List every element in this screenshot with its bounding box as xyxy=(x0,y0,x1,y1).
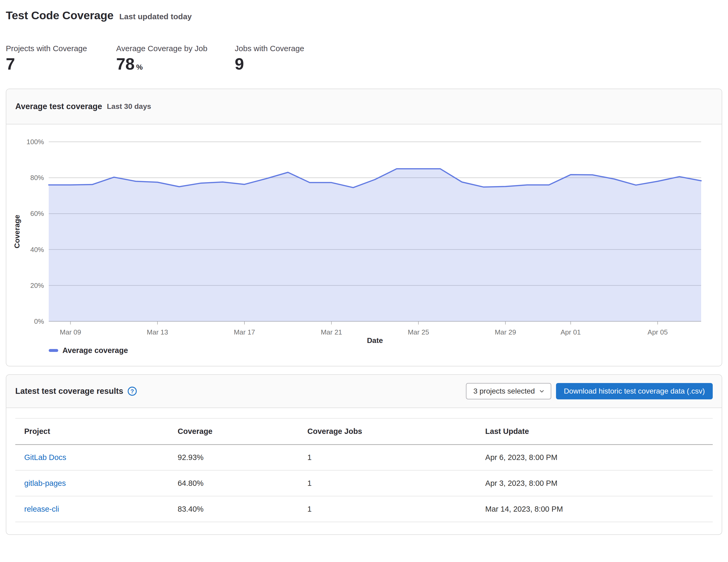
page-title: Test Code Coverage xyxy=(6,9,114,22)
metric-value: 9 xyxy=(235,56,318,72)
results-card-title: Latest test coverage results xyxy=(15,387,123,396)
svg-text:?: ? xyxy=(130,388,134,395)
column-header-coverage: Coverage xyxy=(169,418,299,445)
x-axis-tick-label: Mar 09 xyxy=(60,328,81,336)
coverage-area-chart[interactable]: 0%20%40%60%80%100%Mar 09Mar 13Mar 17Mar … xyxy=(6,124,722,366)
table-row: release-cli 83.40% 1 Mar 14, 2023, 8:00 … xyxy=(15,496,713,522)
x-axis-tick-label: Mar 21 xyxy=(321,328,342,336)
average-test-coverage-card: Average test coverage Last 30 days 0%20%… xyxy=(6,89,722,367)
x-axis-tick-label: Apr 01 xyxy=(560,328,581,336)
x-axis-tick-label: Mar 25 xyxy=(408,328,429,336)
question-circle-icon[interactable]: ? xyxy=(127,386,137,397)
x-axis-title: Date xyxy=(367,336,383,345)
table-row: gitlab-pages 64.80% 1 Apr 3, 2023, 8:00 … xyxy=(15,470,713,496)
y-axis-tick-label: 100% xyxy=(27,138,44,146)
chart-card-header: Average test coverage Last 30 days xyxy=(6,89,722,124)
coverage-results-table: Project Coverage Coverage Jobs Last Upda… xyxy=(15,418,713,522)
y-axis-tick-label: 60% xyxy=(30,209,44,217)
results-card-header: Latest test coverage results ? 3 project… xyxy=(6,375,722,408)
table-row: GitLab Docs 92.93% 1 Apr 6, 2023, 8:00 P… xyxy=(15,445,713,470)
projects-dropdown-label: 3 projects selected xyxy=(473,387,535,396)
last-update-cell: Apr 6, 2023, 8:00 PM xyxy=(476,445,713,470)
y-axis-tick-label: 80% xyxy=(30,174,44,182)
page-subtitle: Last updated today xyxy=(119,12,192,21)
project-link[interactable]: release-cli xyxy=(24,505,59,513)
download-csv-button[interactable]: Download historic test coverage data (.c… xyxy=(556,383,713,399)
latest-results-card: Latest test coverage results ? 3 project… xyxy=(6,374,722,535)
column-header-project: Project xyxy=(15,418,169,445)
last-update-cell: Apr 3, 2023, 8:00 PM xyxy=(476,470,713,496)
legend-dash-icon xyxy=(49,349,58,352)
x-axis-tick-label: Apr 05 xyxy=(648,328,668,336)
metric-value: 78% xyxy=(116,56,207,72)
metric-label: Projects with Coverage xyxy=(6,44,89,53)
coverage-jobs-cell: 1 xyxy=(298,445,476,470)
y-axis-tick-label: 40% xyxy=(30,246,44,253)
x-axis-tick-label: Mar 29 xyxy=(495,328,516,336)
coverage-jobs-cell: 1 xyxy=(298,470,476,496)
metric-average-coverage-by-job: Average Coverage by Job 78% xyxy=(116,44,207,72)
metric-label: Jobs with Coverage xyxy=(235,44,318,53)
chart-card-subtitle: Last 30 days xyxy=(107,102,151,111)
coverage-cell: 64.80% xyxy=(169,470,299,496)
metric-projects-with-coverage: Projects with Coverage 7 xyxy=(6,44,89,72)
last-update-cell: Mar 14, 2023, 8:00 PM xyxy=(476,496,713,522)
metric-value: 7 xyxy=(6,56,89,72)
metric-label: Average Coverage by Job xyxy=(116,44,207,53)
y-axis-tick-label: 20% xyxy=(30,282,44,290)
chevron-down-icon xyxy=(538,388,545,395)
chart-card-title: Average test coverage xyxy=(15,102,102,111)
x-axis-tick-label: Mar 13 xyxy=(147,328,168,336)
metrics-row: Projects with Coverage 7 Average Coverag… xyxy=(6,44,722,72)
x-axis-tick-label: Mar 17 xyxy=(234,328,255,336)
coverage-cell: 92.93% xyxy=(169,445,299,470)
coverage-cell: 83.40% xyxy=(169,496,299,522)
legend-label: Average coverage xyxy=(62,346,128,355)
projects-dropdown[interactable]: 3 projects selected xyxy=(466,383,551,399)
results-toolbar: 3 projects selected Download historic te… xyxy=(466,383,713,399)
coverage-chart-svg: 0%20%40%60%80%100%Mar 09Mar 13Mar 17Mar … xyxy=(6,124,722,366)
metric-jobs-with-coverage: Jobs with Coverage 9 xyxy=(235,44,318,72)
y-axis-tick-label: 0% xyxy=(34,318,44,325)
column-header-last-update: Last Update xyxy=(476,418,713,445)
page-header: Test Code Coverage Last updated today xyxy=(6,9,722,22)
metric-unit: % xyxy=(136,63,143,71)
chart-legend[interactable]: Average coverage xyxy=(49,345,128,356)
coverage-jobs-cell: 1 xyxy=(298,496,476,522)
y-axis-title: Coverage xyxy=(13,215,21,248)
column-header-coverage-jobs: Coverage Jobs xyxy=(298,418,476,445)
project-link[interactable]: gitlab-pages xyxy=(24,479,66,487)
coverage-area-fill xyxy=(49,169,701,321)
table-header-row: Project Coverage Coverage Jobs Last Upda… xyxy=(15,418,713,445)
project-link[interactable]: GitLab Docs xyxy=(24,453,66,462)
